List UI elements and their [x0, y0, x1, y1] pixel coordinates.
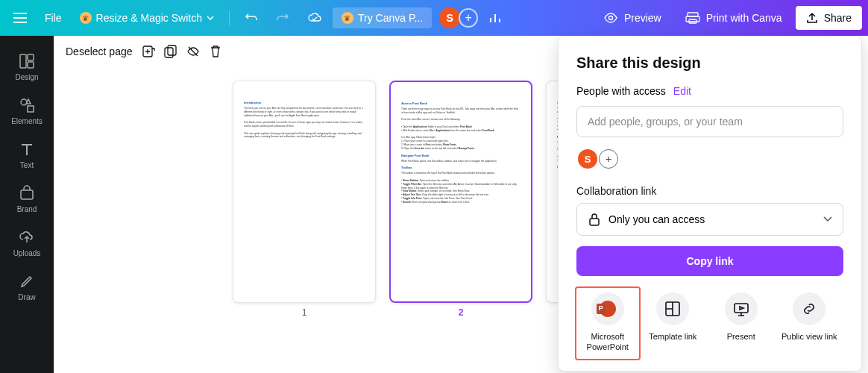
resize-label: Resize & Magic Switch — [96, 12, 202, 24]
share-target-template[interactable]: Template link — [640, 292, 705, 353]
access-level-select[interactable]: Only you can access — [576, 203, 843, 236]
sidebar-label: Uploads — [13, 249, 41, 257]
page-thumb-2[interactable]: Access Font Book There are three easy wa… — [389, 81, 532, 303]
sidebar-item-uploads[interactable]: Uploads — [0, 221, 54, 265]
add-page-icon[interactable] — [142, 45, 155, 58]
sidebar-item-text[interactable]: Text — [0, 133, 54, 177]
share-title: Share this design — [576, 54, 843, 72]
edit-access-link[interactable]: Edit — [673, 85, 691, 97]
sidebar-label: Draw — [18, 293, 35, 301]
hide-page-icon[interactable] — [186, 45, 200, 58]
add-avatar-button[interactable]: + — [599, 149, 618, 169]
lock-icon — [588, 213, 601, 226]
crown-icon: ♛ — [342, 12, 353, 24]
brand-icon — [18, 184, 36, 202]
design-icon — [18, 52, 36, 70]
sidebar-item-draw[interactable]: Draw — [0, 265, 54, 309]
bar-chart-icon — [488, 11, 502, 25]
share-label: Share — [824, 12, 852, 24]
svg-rect-8 — [28, 106, 34, 112]
page-container-1: Introduction The fonts you use on your M… — [233, 81, 376, 318]
add-collaborator-button[interactable]: + — [459, 8, 478, 28]
try-pro-label: Try Canva P... — [358, 12, 423, 24]
svg-point-7 — [21, 99, 27, 105]
copy-link-button[interactable]: Copy link — [576, 246, 843, 276]
undo-icon — [245, 11, 258, 25]
collaborator-avatar[interactable]: S — [576, 148, 599, 170]
sidebar-item-brand[interactable]: Brand — [0, 177, 54, 221]
share-target-public-link[interactable]: Public view link — [776, 292, 842, 353]
redo-icon — [276, 11, 289, 25]
share-target-powerpoint[interactable]: Microsoft PowerPoint — [575, 286, 641, 360]
page-number: 2 — [459, 307, 464, 318]
target-label: Template link — [649, 331, 696, 342]
svg-rect-6 — [28, 62, 34, 68]
crown-icon: ♛ — [80, 12, 92, 24]
svg-point-0 — [608, 16, 612, 20]
sidebar: Design Elements Text Brand Uploads Draw — [0, 36, 54, 373]
resize-button[interactable]: ♛ Resize & Magic Switch — [72, 6, 221, 30]
redo-button[interactable] — [268, 5, 297, 31]
sidebar-item-elements[interactable]: Elements — [0, 89, 54, 133]
sidebar-label: Text — [20, 161, 34, 169]
add-people-input[interactable] — [576, 106, 843, 137]
sidebar-label: Elements — [11, 117, 43, 125]
page-container-2: Access Font Book There are three easy wa… — [389, 81, 532, 318]
template-icon — [664, 301, 681, 317]
target-label: Public view link — [781, 331, 837, 342]
chevron-down-icon — [207, 16, 214, 20]
preview-label: Preview — [624, 12, 661, 24]
sidebar-item-design[interactable]: Design — [0, 45, 54, 89]
svg-rect-5 — [28, 54, 34, 60]
svg-rect-9 — [21, 190, 33, 199]
printer-icon — [685, 12, 700, 24]
svg-rect-15 — [735, 304, 748, 313]
page-toolbar: Deselect page — [66, 45, 222, 58]
duplicate-page-icon[interactable] — [164, 45, 177, 58]
eye-icon — [603, 13, 618, 23]
sidebar-label: Brand — [17, 205, 37, 213]
powerpoint-icon — [600, 301, 616, 317]
access-value: Only you can access — [608, 213, 705, 225]
deselect-page-label[interactable]: Deselect page — [66, 46, 133, 57]
svg-rect-11 — [165, 48, 173, 57]
user-avatar[interactable]: S — [439, 7, 460, 28]
divider — [229, 10, 230, 25]
people-with-access-label: People with access — [576, 85, 666, 97]
undo-button[interactable] — [237, 5, 265, 31]
try-canva-pro-button[interactable]: ♛ Try Canva P... — [333, 7, 432, 28]
uploads-icon — [18, 228, 36, 246]
chevron-down-icon — [823, 216, 832, 222]
svg-rect-4 — [20, 54, 26, 68]
topbar: File ♛ Resize & Magic Switch ♛ Try Canva… — [0, 0, 868, 36]
insights-button[interactable] — [481, 5, 509, 31]
print-label: Print with Canva — [706, 12, 782, 24]
upload-icon — [806, 12, 818, 24]
cloud-sync-button[interactable] — [300, 6, 330, 30]
share-target-present[interactable]: Present — [708, 292, 774, 353]
page-thumb-1[interactable]: Introduction The fonts you use on your M… — [233, 81, 376, 303]
file-menu[interactable]: File — [37, 6, 69, 30]
avatar-row: S + — [576, 148, 843, 170]
target-label: Present — [727, 331, 755, 342]
print-button[interactable]: Print with Canva — [675, 6, 793, 30]
hamburger-icon — [13, 17, 27, 19]
share-targets: Microsoft PowerPoint Template link Prese… — [576, 292, 843, 353]
page-number: 1 — [302, 307, 307, 318]
draw-icon — [18, 272, 36, 290]
present-icon — [733, 301, 749, 317]
link-icon — [801, 301, 817, 317]
elements-icon — [18, 96, 36, 114]
sidebar-label: Design — [15, 73, 38, 81]
text-icon — [18, 140, 36, 158]
delete-page-icon[interactable] — [209, 45, 222, 58]
svg-rect-12 — [168, 46, 176, 55]
target-label: Microsoft PowerPoint — [578, 331, 638, 353]
share-button[interactable]: Share — [796, 6, 862, 30]
menu-button[interactable] — [6, 11, 34, 25]
share-panel: Share this design People with access Edi… — [558, 36, 862, 372]
preview-button[interactable]: Preview — [593, 6, 672, 30]
svg-rect-13 — [590, 219, 599, 225]
svg-rect-1 — [688, 13, 698, 16]
collaboration-link-label: Collaboration link — [576, 185, 843, 197]
